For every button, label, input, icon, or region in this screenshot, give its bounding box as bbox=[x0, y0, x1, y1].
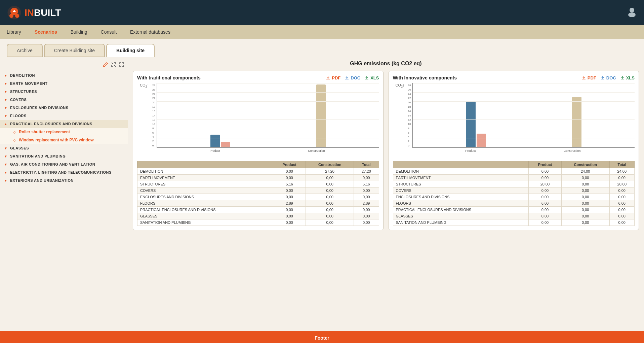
sidebar-subitem-window-replacement[interactable]: ◇ Window replacement with PVC window bbox=[0, 136, 128, 144]
sidebar-item-electricity[interactable]: ▼ ELECTRICITY, LIGHTING AND TELECOMUNICA… bbox=[0, 168, 128, 176]
sidebar-item-demolition[interactable]: ▼ DEMOLITION bbox=[0, 71, 128, 79]
table-row: STRUCTURES20,000,0020,00 bbox=[393, 181, 635, 187]
y-label-28-trad: 28 bbox=[152, 84, 155, 87]
cell-product: 0,00 bbox=[273, 168, 306, 175]
edit-icon[interactable] bbox=[103, 62, 108, 69]
sidebar-label-electricity: ELECTRICITY, LIGHTING AND TELECOMUNICATI… bbox=[10, 170, 112, 174]
cell-total: 0,00 bbox=[354, 213, 379, 219]
innovative-pdf-button[interactable]: PDF bbox=[581, 75, 596, 80]
nav-library[interactable]: Library bbox=[7, 29, 21, 35]
y-label-4-trad: 4 bbox=[152, 135, 155, 138]
xls-download-icon-innov bbox=[620, 75, 625, 80]
cell-category: PRACTICAL ENCLOSURES AND DIVISIONS bbox=[137, 207, 273, 213]
cell-construction: 0,00 bbox=[306, 219, 354, 226]
sidebar-subitem-roller-shutter[interactable]: ◇ Roller shutter replacement bbox=[0, 128, 128, 136]
y-label-12-trad: 12 bbox=[152, 118, 155, 121]
traditional-pdf-button[interactable]: PDF bbox=[326, 75, 340, 80]
sidebar-item-practical-enclosures[interactable]: ▲ PRACTICAL ENCLOSURES AND DIVISIONS bbox=[0, 120, 128, 128]
traditional-chart-title: With traditional components bbox=[137, 75, 201, 80]
co2-axis-label-innov: CO2↑ bbox=[396, 83, 405, 88]
cell-product: 0,00 bbox=[529, 175, 562, 181]
xls-label: XLS bbox=[370, 75, 379, 80]
cell-total: 20,00 bbox=[609, 181, 634, 187]
sidebar-toolbar bbox=[0, 61, 128, 71]
cell-construction: 0,00 bbox=[306, 194, 354, 200]
cell-construction: 0,00 bbox=[306, 213, 354, 219]
collapse-icon[interactable] bbox=[111, 62, 116, 69]
y-label-2-trad: 2 bbox=[152, 140, 155, 143]
sidebar-item-sanitation[interactable]: ▼ SANITATION AND PLUMBING bbox=[0, 152, 128, 160]
table-header-product-trad: Product bbox=[273, 161, 306, 168]
sidebar-sublabel-roller-shutter: Roller shutter replacement bbox=[19, 130, 70, 134]
sidebar-item-structures[interactable]: ▼ STRUCTURES bbox=[0, 88, 128, 96]
ghg-title: GHG emissions (kg CO2 eq) bbox=[133, 61, 639, 67]
cell-product: 0,00 bbox=[273, 219, 306, 226]
y-label-6-trad: 6 bbox=[152, 131, 155, 134]
y-label-20-trad: 20 bbox=[152, 101, 155, 104]
traditional-xls-button[interactable]: XLS bbox=[364, 75, 379, 80]
cell-category: FLOORS bbox=[137, 200, 273, 207]
sidebar-item-floors[interactable]: ▼ FLOORS bbox=[0, 112, 128, 120]
y-label-24-trad: 24 bbox=[152, 93, 155, 96]
cell-construction: 0,00 bbox=[561, 175, 609, 181]
table-row: STRUCTURES5,160,005,16 bbox=[137, 181, 379, 187]
logo-icon bbox=[7, 5, 22, 20]
sidebar-item-exteriors[interactable]: ▼ EXTERIORS AND URBANIZATION bbox=[0, 176, 128, 184]
sidebar-item-covers[interactable]: ▼ COVERS bbox=[0, 96, 128, 104]
cell-construction: 0,00 bbox=[306, 200, 354, 207]
main-nav: Library Scenarios Building Consult Exter… bbox=[0, 25, 644, 39]
sidebar-item-gas-air[interactable]: ▼ GAS, AIR CONDITIONING AND VENTILATION bbox=[0, 160, 128, 168]
sidebar-item-glasses[interactable]: ▼ GLASSES bbox=[0, 144, 128, 152]
table-row: SANITATION AND PLUMBING0,000,000,00 bbox=[137, 219, 379, 226]
logo-text: INBUILT bbox=[25, 7, 61, 18]
sidebar-item-enclosures[interactable]: ▼ ENCLOSURES AND DIVISIONS bbox=[0, 104, 128, 112]
sidebar-label-earth-movement: EARTH MOVEMENT bbox=[10, 81, 48, 85]
user-avatar-icon[interactable] bbox=[627, 6, 637, 19]
traditional-doc-button[interactable]: DOC bbox=[345, 75, 360, 80]
expand-icon[interactable] bbox=[119, 62, 124, 69]
tabs-row: Archive Create Building site Building si… bbox=[0, 39, 644, 57]
y-label-8-trad: 8 bbox=[152, 127, 155, 130]
tab-building-site[interactable]: Building site bbox=[106, 44, 155, 57]
cell-total: 0,00 bbox=[609, 175, 634, 181]
innovative-doc-button[interactable]: DOC bbox=[600, 75, 616, 80]
nav-building[interactable]: Building bbox=[71, 29, 87, 35]
xls-label-innov: XLS bbox=[626, 75, 635, 80]
sidebar-item-earth-movement[interactable]: ▼ EARTH MOVEMENT bbox=[0, 79, 128, 88]
table-header-total-innov: Total bbox=[609, 161, 634, 168]
innovative-panel: With Innovative components PDF DOC XL bbox=[389, 71, 639, 230]
svg-point-2 bbox=[15, 14, 19, 18]
sidebar-label-exteriors: EXTERIORS AND URBANIZATION bbox=[10, 178, 74, 182]
cell-total: 0,00 bbox=[609, 194, 634, 200]
sidebar-label-covers: COVERS bbox=[10, 98, 27, 102]
table-row: FLOORS2,890,002,89 bbox=[137, 200, 379, 207]
sidebar-label-practical-enclosures: PRACTICAL ENCLOSURES AND DIVISIONS bbox=[10, 122, 92, 126]
cell-product: 0,00 bbox=[273, 194, 306, 200]
y-label-14-trad: 14 bbox=[152, 114, 155, 117]
cell-total: 5,16 bbox=[354, 181, 379, 187]
nav-external-databases[interactable]: External databases bbox=[130, 29, 170, 35]
table-header-total-trad: Total bbox=[354, 161, 379, 168]
doc-label: DOC bbox=[351, 75, 360, 80]
svg-point-1 bbox=[9, 14, 13, 18]
cell-product: 0,00 bbox=[273, 207, 306, 213]
tab-create-building-site[interactable]: Create Building site bbox=[44, 44, 105, 57]
sidebar-label-sanitation: SANITATION AND PLUMBING bbox=[10, 154, 66, 158]
sidebar-label-demolition: DEMOLITION bbox=[10, 73, 35, 77]
nav-scenarios[interactable]: Scenarios bbox=[35, 29, 57, 35]
sidebar-label-gas-air: GAS, AIR CONDITIONING AND VENTILATION bbox=[10, 162, 95, 166]
table-row: COVERS0,000,000,00 bbox=[393, 187, 635, 194]
diamond-icon: ◇ bbox=[13, 130, 16, 134]
traditional-table: Product Construction Total DEMOLITION0,0… bbox=[137, 161, 379, 226]
cell-construction: 0,00 bbox=[561, 213, 609, 219]
tab-archive[interactable]: Archive bbox=[7, 44, 43, 57]
table-row: PRACTICAL ENCLOSURES AND DIVISIONS0,000,… bbox=[137, 207, 379, 213]
table-header-construction-innov: Construction bbox=[561, 161, 609, 168]
sidebar-sublabel-window-replacement: Window replacement with PVC window bbox=[19, 138, 94, 142]
nav-consult[interactable]: Consult bbox=[101, 29, 117, 35]
table-header-category-innov bbox=[393, 161, 529, 168]
cell-product: 0,00 bbox=[529, 194, 562, 200]
table-row: GLASSES0,000,000,00 bbox=[137, 213, 379, 219]
xls-download-icon bbox=[364, 75, 369, 80]
innovative-xls-button[interactable]: XLS bbox=[620, 75, 635, 80]
